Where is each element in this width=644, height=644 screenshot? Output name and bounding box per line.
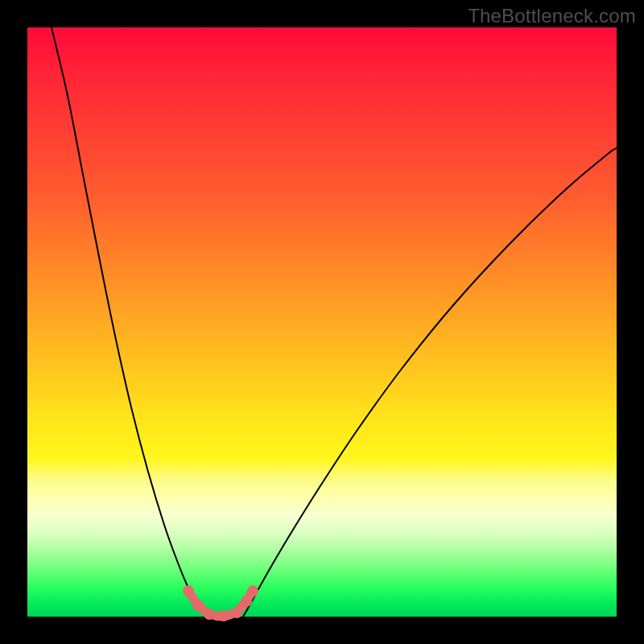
valley-dot	[183, 585, 194, 597]
bottleneck-curve-right	[243, 148, 617, 617]
valley-dot	[241, 596, 252, 607]
valley-dot	[218, 610, 229, 621]
valley-dot	[204, 609, 215, 620]
valley-dot	[192, 600, 204, 611]
valley-dot	[247, 585, 258, 597]
valley-dots	[183, 585, 258, 621]
plot-area	[27, 27, 617, 617]
watermark-text: TheBottleneck.com	[468, 5, 636, 27]
chart-frame: TheBottleneck.com	[0, 0, 644, 644]
bottleneck-curve-left	[52, 27, 206, 617]
valley-dot	[231, 607, 242, 618]
curve-layer	[27, 27, 617, 617]
